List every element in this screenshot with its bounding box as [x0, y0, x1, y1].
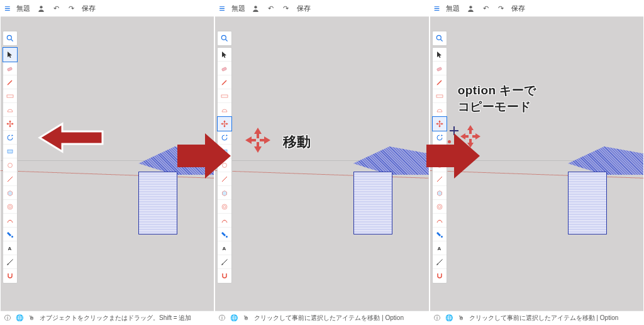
search-tool[interactable]: [432, 31, 447, 46]
tool-eraser[interactable]: [3, 62, 17, 75]
tool-protractor[interactable]: [218, 103, 231, 117]
tool-pencil[interactable]: [433, 75, 447, 89]
user-icon[interactable]: [36, 4, 45, 13]
menu-icon[interactable]: ≡: [434, 3, 440, 14]
undo-icon[interactable]: ↶: [481, 4, 490, 13]
help-icon[interactable]: ⓘ: [4, 314, 11, 322]
tool-move[interactable]: [218, 117, 231, 131]
menu-icon[interactable]: ≡: [4, 3, 10, 14]
tool-tape[interactable]: [218, 255, 231, 269]
tool-magnet[interactable]: [218, 269, 231, 283]
tool-select[interactable]: [433, 48, 447, 62]
window-topbar: ≡ 無題 ↶ ↷ 保存: [215, 1, 428, 17]
tool-follow[interactable]: [3, 214, 17, 228]
tool-eraser[interactable]: [433, 62, 447, 75]
tool-paint[interactable]: [3, 228, 17, 241]
undo-icon[interactable]: ↶: [267, 4, 275, 13]
tool-ruler[interactable]: [218, 89, 231, 103]
svg-marker-68: [177, 133, 231, 179]
svg-point-56: [437, 204, 442, 209]
step-arrow-1: [177, 131, 231, 181]
tool-ruler[interactable]: [433, 89, 447, 103]
svg-point-14: [9, 206, 11, 208]
tool-tape[interactable]: [3, 255, 17, 269]
tool-push[interactable]: [433, 186, 447, 200]
tool-pencil[interactable]: [3, 75, 17, 89]
svg-marker-40: [254, 142, 262, 153]
tool-rect[interactable]: [3, 145, 17, 158]
tool-text[interactable]: A: [3, 241, 17, 255]
svg-point-33: [222, 204, 227, 209]
svg-point-18: [8, 263, 9, 265]
tool-move[interactable]: [433, 117, 447, 131]
tool-push[interactable]: [3, 186, 17, 200]
doc-title: 無題: [16, 4, 30, 13]
svg-point-34: [223, 206, 226, 208]
svg-marker-19: [40, 124, 103, 151]
globe-icon[interactable]: 🌐: [230, 314, 238, 321]
search-tool[interactable]: [3, 31, 18, 46]
svg-marker-39: [254, 128, 262, 138]
svg-marker-26: [224, 124, 226, 127]
step-arrow-2: [426, 131, 480, 181]
tool-text[interactable]: A: [433, 241, 447, 255]
svg-marker-5: [9, 120, 11, 123]
tool-paint[interactable]: [433, 228, 447, 241]
redo-icon[interactable]: ↷: [67, 4, 75, 13]
svg-point-13: [8, 204, 13, 209]
status-bar: ⓘ 🌐 🖱 オブジェクトをクリックまたはドラッグ。Shift = 追加: [1, 311, 214, 324]
tool-offset[interactable]: [433, 200, 447, 214]
tool-push[interactable]: [218, 186, 231, 200]
tool-paint[interactable]: [218, 228, 231, 241]
svg-point-15: [11, 236, 13, 238]
menu-icon[interactable]: ≡: [219, 3, 225, 14]
status-bar: ⓘ 🌐 🖱 クリックして事前に選択したアイテムを移動 | Option: [430, 311, 643, 324]
svg-point-1: [7, 35, 11, 40]
tool-tape[interactable]: [433, 255, 447, 269]
svg-marker-27: [221, 123, 224, 125]
tool-eraser[interactable]: [218, 62, 231, 75]
redo-icon[interactable]: ↷: [282, 4, 291, 13]
redo-icon[interactable]: ↷: [496, 4, 505, 13]
tool-rotate[interactable]: [3, 131, 17, 145]
user-icon[interactable]: [252, 4, 260, 13]
tool-magnet[interactable]: [3, 269, 17, 283]
tool-follow[interactable]: [218, 214, 231, 228]
svg-marker-42: [260, 136, 270, 144]
model-cube[interactable]: [353, 146, 429, 234]
search-tool[interactable]: [217, 31, 232, 46]
user-icon[interactable]: [466, 4, 475, 13]
tool-select[interactable]: [218, 48, 231, 62]
tool-offset[interactable]: [218, 200, 231, 214]
tool-magnet[interactable]: [433, 269, 447, 283]
svg-marker-41: [245, 136, 256, 144]
tool-offset[interactable]: [3, 200, 17, 214]
svg-rect-23: [222, 67, 227, 71]
svg-rect-3: [7, 67, 12, 71]
tool-text[interactable]: A: [218, 241, 231, 255]
doc-title: 無題: [231, 4, 245, 13]
model-cube[interactable]: [568, 146, 643, 234]
tool-circle[interactable]: [3, 158, 17, 172]
tool-pencil[interactable]: [218, 75, 231, 89]
mouse-icon: 🖱: [28, 314, 35, 321]
tool-move[interactable]: [3, 117, 17, 131]
save-button[interactable]: 保存: [82, 4, 96, 13]
tool-ruler[interactable]: [3, 89, 17, 103]
save-button[interactable]: 保存: [297, 4, 311, 13]
globe-icon[interactable]: 🌐: [445, 314, 453, 321]
help-icon[interactable]: ⓘ: [434, 314, 440, 322]
save-button[interactable]: 保存: [511, 4, 525, 13]
copy-mode-annotation: option キーでコピーモード: [458, 82, 536, 114]
globe-icon[interactable]: 🌐: [16, 314, 23, 321]
help-icon[interactable]: ⓘ: [219, 314, 225, 322]
tool-protractor[interactable]: [433, 103, 447, 117]
tool-protractor[interactable]: [3, 103, 17, 117]
tool-line[interactable]: [3, 172, 17, 186]
tool-follow[interactable]: [433, 214, 447, 228]
svg-marker-6: [9, 124, 11, 127]
svg-marker-69: [426, 133, 480, 179]
tool-select[interactable]: [3, 48, 17, 62]
undo-icon[interactable]: ↶: [52, 4, 60, 13]
svg-marker-25: [224, 120, 226, 123]
